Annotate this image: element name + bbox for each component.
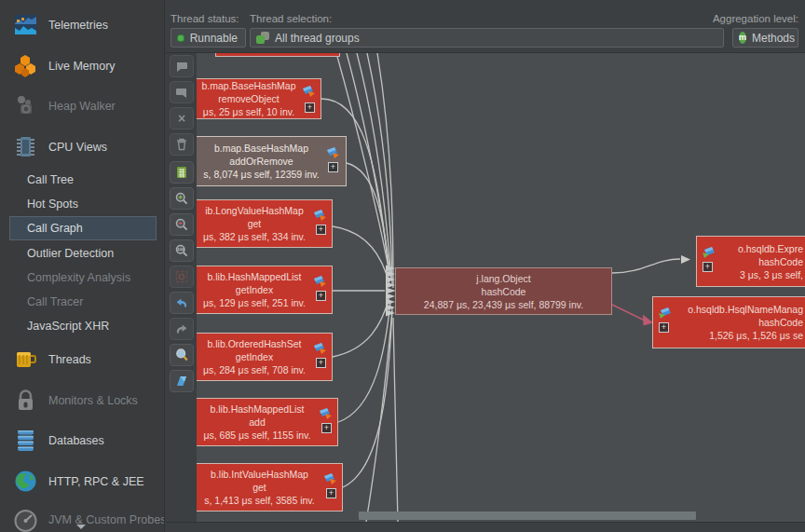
node-method: addOrRemove	[198, 155, 325, 168]
node-method: get	[198, 217, 311, 230]
zoom-in-icon	[174, 191, 189, 206]
expand-plus-button[interactable]: +	[326, 488, 336, 498]
sidebar-item-label: Hot Spots	[27, 192, 78, 216]
threads-icon	[13, 347, 38, 372]
call-graph-canvas[interactable]: b.map.BaseHashMap removeObject μs, 25 μs…	[197, 53, 805, 522]
zoom-100-icon: 100	[174, 243, 189, 258]
expand-plus-button[interactable]: +	[316, 358, 326, 368]
call-node-hashmappedlist-getindex[interactable]: b.lib.HashMappedList getIndex μs, 129 μs…	[197, 266, 333, 314]
node-class: b.lib.IntValueHashMap	[198, 468, 321, 481]
horizontal-scrollbar-thumb[interactable]	[359, 512, 696, 520]
clear-graph-button[interactable]	[170, 133, 194, 156]
aggregation-level-label: Aggregation level:	[713, 13, 798, 24]
view-sidebar: Telemetries Live Memory Heap Walker CPU …	[0, 0, 165, 532]
expand-plus-button[interactable]: +	[328, 162, 338, 172]
call-node-removeobject[interactable]: b.map.BaseHashMap removeObject μs, 25 μs…	[197, 78, 321, 119]
call-node-intvaluehashmap-get[interactable]: b.lib.IntValueHashMap get s, 1,413 μs se…	[197, 463, 343, 512]
show-callees-button[interactable]	[170, 55, 194, 77]
sidebar-item-call-tracer[interactable]: Call Tracer	[0, 290, 165, 314]
bottom-strip	[166, 522, 805, 532]
sidebar-item-label: Live Memory	[48, 50, 116, 82]
node-class: j.lang.Object	[403, 272, 604, 285]
expand-marker-icon	[326, 145, 340, 157]
thread-status-value: Runnable	[190, 32, 238, 45]
gauge-icon	[13, 507, 38, 532]
fit-graph-button[interactable]	[170, 266, 194, 288]
aggregation-level-select[interactable]: m Methods	[732, 28, 798, 48]
zoom-in-button[interactable]	[170, 187, 194, 210]
zoom-out-button[interactable]	[170, 213, 194, 236]
zoom-actual-size-button[interactable]: 100	[170, 239, 194, 262]
node-stats: 24,887 μs, 23,439 μs self, 88799 inv.	[403, 298, 604, 311]
heap-walker-icon	[13, 93, 38, 118]
sidebar-item-telemetries[interactable]: Telemetries	[0, 9, 165, 41]
sidebar-item-live-memory[interactable]: Live Memory	[0, 50, 165, 82]
sidebar-item-label: Call Tree	[27, 168, 74, 192]
sidebar-item-label: Threads	[48, 344, 91, 375]
thread-settings-bar: Thread status: Thread selection: Aggrega…	[166, 0, 805, 53]
node-class: ib.LongValueHashMap	[198, 204, 311, 217]
node-method: getIndex	[198, 350, 311, 363]
node-class: o.hsqldb.Expre	[721, 242, 803, 255]
fit-graph-icon	[174, 269, 189, 284]
sidebar-scroll-more-indicator[interactable]	[76, 525, 86, 529]
sidebar-item-call-graph[interactable]: Call Graph	[0, 216, 165, 240]
view-statistics-button[interactable]	[170, 161, 194, 184]
expand-plus-button[interactable]: +	[321, 423, 332, 433]
sidebar-item-call-tree[interactable]: Call Tree	[0, 168, 165, 192]
redo-button[interactable]	[170, 318, 194, 340]
sidebar-item-heap-walker[interactable]: Heap Walker	[0, 90, 165, 122]
statistics-icon	[174, 165, 189, 180]
node-class: o.hsqldb.HsqlNameManag	[677, 303, 803, 316]
sidebar-item-outlier-detection[interactable]: Outlier Detection	[0, 241, 165, 266]
node-class: b.map.BaseHashMap	[198, 79, 300, 92]
sidebar-item-complexity-analysis[interactable]: Complexity Analysis	[0, 266, 165, 290]
call-node-hsqlnamemanager-hashcode[interactable]: o.hsqldb.HsqlNameManag hashCode 1,526 μs…	[652, 296, 805, 348]
expand-plus-button[interactable]: +	[703, 262, 713, 272]
sidebar-item-http-rpc-jee[interactable]: HTTP, RPC & JEE	[0, 466, 165, 498]
graph-toolbar: × 100	[166, 53, 197, 522]
expand-marker-icon	[323, 471, 337, 484]
sidebar-item-cpu-views[interactable]: CPU Views	[0, 131, 165, 163]
thread-selection-select[interactable]: All thread groups	[250, 28, 724, 48]
undo-icon	[174, 295, 189, 310]
show-callers-button[interactable]	[170, 81, 194, 103]
redo-icon	[174, 321, 189, 336]
call-node-clipped-top[interactable]	[215, 53, 340, 57]
thread-status-select[interactable]: Runnable	[171, 28, 246, 48]
sidebar-item-databases[interactable]: Databases	[0, 425, 165, 457]
expand-plus-button[interactable]: +	[316, 291, 326, 301]
undo-button[interactable]	[170, 292, 194, 314]
export-graph-button[interactable]	[170, 370, 194, 392]
call-node-longvaluehashmap-get[interactable]: ib.LongValueHashMap get μs, 382 μs self,…	[197, 199, 333, 248]
expand-plus-button[interactable]: +	[659, 322, 669, 333]
node-stats: μs, 685 μs self, 1155 inv.	[198, 429, 317, 442]
thread-selection-label: Thread selection:	[250, 13, 332, 24]
sidebar-item-label: Telemetries	[48, 9, 108, 41]
search-icon	[174, 348, 189, 362]
expand-marker-icon	[319, 406, 333, 418]
expand-plus-button[interactable]: +	[316, 225, 326, 235]
remove-node-button[interactable]: ×	[170, 107, 194, 130]
sidebar-item-monitors-locks[interactable]: Monitors & Locks	[0, 385, 165, 416]
expand-marker-icon	[313, 274, 327, 286]
call-node-object-hashcode[interactable]: j.lang.Object hashCode 24,887 μs, 23,439…	[395, 267, 612, 315]
node-method: getIndex	[198, 283, 311, 296]
node-class: b.lib.HashMappedList	[198, 402, 317, 416]
call-node-orderedhashset-getindex[interactable]: b.lib.OrderedHashSet getIndex μs, 284 μs…	[197, 333, 333, 381]
sidebar-item-label: Monitors & Locks	[48, 385, 138, 416]
sidebar-item-threads[interactable]: Threads	[0, 344, 165, 375]
sidebar-item-javascript-xhr[interactable]: JavaScript XHR	[0, 314, 165, 338]
call-node-expression-hashcode[interactable]: o.hsqldb.Expre hashCode 3 μs, 3 μs self,…	[696, 236, 805, 287]
call-node-hashmappedlist-add[interactable]: b.lib.HashMappedList add μs, 685 μs self…	[197, 398, 338, 446]
sidebar-item-label: CPU Views	[48, 131, 107, 163]
globe-icon	[13, 469, 38, 494]
thread-status-label: Thread status:	[171, 13, 239, 24]
find-button[interactable]	[170, 344, 194, 366]
cpu-views-icon	[13, 134, 38, 159]
sidebar-item-label: Call Tracer	[27, 290, 83, 314]
call-node-addorremove[interactable]: b.map.BaseHashMap addOrRemove s, 8,074 μ…	[197, 136, 347, 186]
show-callees-icon	[174, 59, 189, 74]
expand-plus-button[interactable]: +	[305, 102, 315, 113]
sidebar-item-hot-spots[interactable]: Hot Spots	[0, 192, 165, 216]
